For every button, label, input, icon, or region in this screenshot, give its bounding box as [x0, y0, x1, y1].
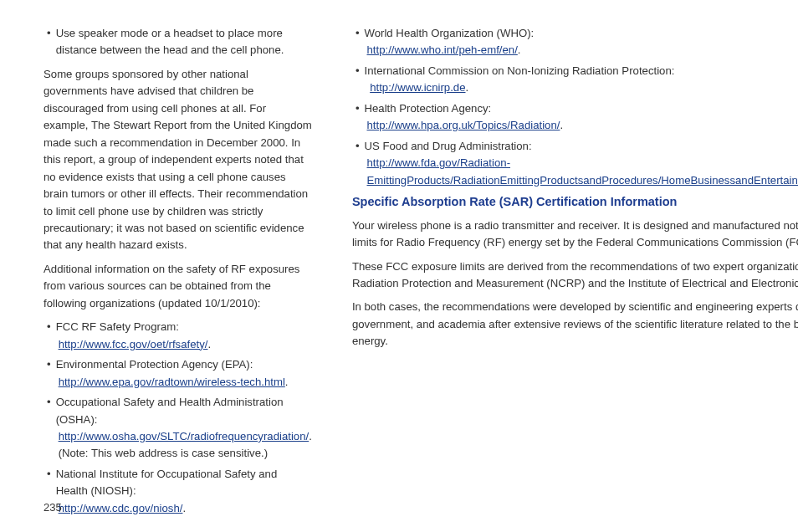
bullet-item: • Occupational Safety and Health Adminis…	[43, 394, 312, 463]
org-label: Occupational Safety and Health Administr…	[56, 396, 284, 425]
bullet-item: • Health Protection Agency: http://www.h…	[352, 100, 798, 135]
bullet-item: • Environmental Protection Agency (EPA):…	[43, 356, 312, 391]
bullet-item: • FCC RF Safety Program: http://www.fcc.…	[43, 319, 312, 353]
bullet-text: Use speaker mode or a headset to place m…	[56, 25, 312, 59]
org-label: US Food and Drug Administration:	[365, 140, 532, 152]
org-label: Environmental Protection Agency (EPA):	[56, 358, 253, 371]
paragraph: Additional information on the safety of …	[43, 261, 312, 312]
org-link[interactable]: http://www.fcc.gov/oet/rfsafety/	[59, 338, 208, 350]
org-link[interactable]: http://www.hpa.org.uk/Topics/Radiation/	[367, 119, 560, 131]
org-link[interactable]: http://www.who.int/peh-emf/en/	[367, 43, 518, 56]
org-label: FCC RF Safety Program:	[56, 320, 179, 333]
bullet-item: • US Food and Drug Administration: http:…	[352, 138, 798, 189]
org-label: World Health Organization (WHO):	[365, 27, 535, 39]
page-number: 235	[43, 501, 62, 514]
bullet-dot: •	[47, 25, 51, 59]
bullet-dot: •	[47, 356, 51, 391]
org-link[interactable]: http://www.fda.gov/Radiation-EmittingPro…	[367, 156, 799, 186]
paragraph: These FCC exposure limits are derived fr…	[352, 258, 798, 293]
org-link[interactable]: http://www.epa.gov/radtown/wireless-tech…	[59, 376, 285, 388]
paragraph: In both cases, the recommendations were …	[352, 299, 798, 350]
bullet-dot: •	[356, 138, 360, 189]
paragraph: Some groups sponsored by other national …	[43, 66, 312, 254]
bullet-dot: •	[356, 25, 360, 59]
left-column: • Use speaker mode or a headset to place…	[43, 25, 312, 515]
bullet-item: • Use speaker mode or a headset to place…	[43, 25, 312, 59]
bullet-item: • World Health Organization (WHO): http:…	[352, 25, 798, 59]
org-label: Health Protection Agency:	[365, 102, 492, 115]
right-column: • World Health Organization (WHO): http:…	[352, 25, 798, 515]
bullet-dot: •	[47, 319, 51, 353]
paragraph: Your wireless phone is a radio transmitt…	[352, 217, 798, 252]
document-page: • Use speaker mode or a headset to place…	[0, 0, 798, 532]
bullet-item: • International Commission on Non-Ionizi…	[352, 63, 798, 97]
org-label: National Institute for Occupational Safe…	[56, 468, 278, 497]
org-link[interactable]: http://www.cdc.gov/niosh/	[59, 502, 183, 514]
org-label: International Commission on Non-Ionizing…	[365, 64, 675, 77]
org-link[interactable]: http://www.icnirp.de	[370, 81, 465, 94]
section-heading: Specific Absorption Rate (SAR) Certifica…	[352, 194, 798, 211]
bullet-dot: •	[356, 63, 360, 97]
org-note: (Note: This web address is case sensitiv…	[56, 445, 312, 462]
org-link[interactable]: http://www.osha.gov/SLTC/radiofrequencyr…	[59, 430, 309, 442]
bullet-dot: •	[356, 100, 360, 135]
bullet-dot: •	[47, 394, 51, 463]
bullet-item: • National Institute for Occupational Sa…	[43, 466, 312, 517]
